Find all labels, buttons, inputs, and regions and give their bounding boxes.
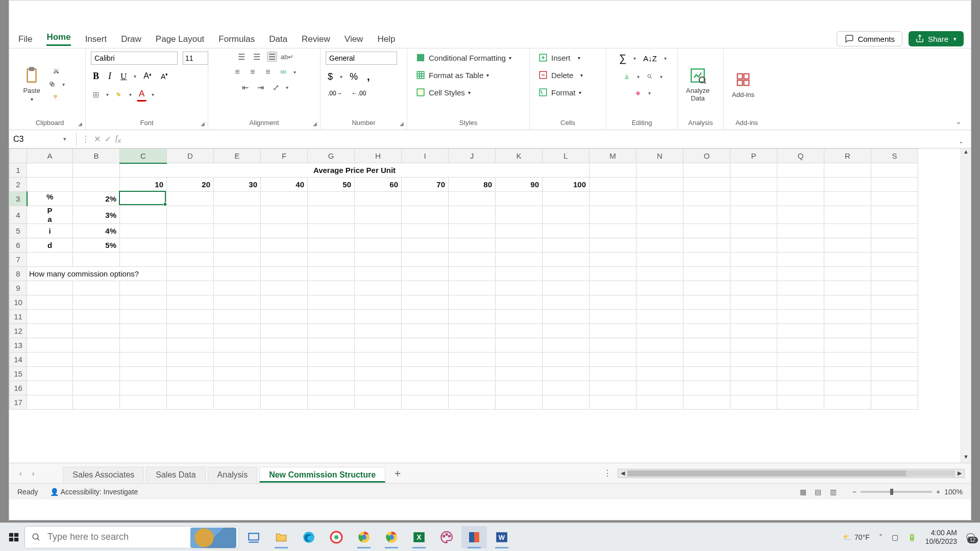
sheet-menu-button[interactable]: ⋮	[603, 468, 611, 478]
percent-format-button[interactable]: %	[348, 70, 360, 83]
cell[interactable]	[214, 238, 261, 253]
cell[interactable]	[543, 295, 590, 310]
cell[interactable]	[824, 267, 871, 281]
cell[interactable]	[355, 281, 402, 295]
cell[interactable]	[214, 192, 261, 206]
cell[interactable]	[824, 206, 871, 224]
cell[interactable]	[683, 224, 730, 238]
decrease-indent-button[interactable]: ⇤	[240, 82, 250, 92]
cell[interactable]	[214, 310, 261, 324]
cell[interactable]	[496, 192, 543, 206]
bold-button[interactable]: B	[91, 70, 101, 83]
cell[interactable]	[590, 310, 636, 324]
cell[interactable]	[496, 281, 543, 295]
cell[interactable]	[449, 253, 496, 267]
cell[interactable]	[167, 192, 214, 206]
column-header[interactable]: G	[308, 149, 355, 163]
cell[interactable]	[777, 267, 824, 281]
cell[interactable]	[683, 267, 730, 281]
start-button[interactable]	[5, 529, 22, 546]
column-header[interactable]: H	[355, 149, 402, 163]
cell[interactable]	[308, 206, 355, 224]
cell[interactable]	[636, 163, 683, 178]
cell[interactable]	[308, 238, 355, 253]
chrome-taskbar-1[interactable]	[351, 526, 377, 548]
cell[interactable]	[871, 324, 918, 338]
accept-formula-button[interactable]: ✓	[105, 134, 111, 144]
zoom-slider[interactable]	[861, 491, 932, 493]
cell[interactable]	[683, 178, 730, 192]
cell[interactable]	[824, 324, 871, 338]
weather-widget[interactable]: ⛅ 70°F	[843, 533, 870, 541]
cell[interactable]	[871, 310, 918, 324]
excel-taskbar[interactable]: X	[406, 526, 432, 548]
chrome-taskbar-2[interactable]	[379, 526, 404, 548]
row-header[interactable]: 11	[10, 310, 27, 324]
add-sheet-button[interactable]: ＋	[387, 464, 408, 482]
cell[interactable]	[636, 253, 683, 267]
cell[interactable]	[730, 178, 777, 192]
cell[interactable]	[355, 192, 402, 206]
row-header[interactable]: 1	[10, 163, 27, 178]
collapse-ribbon-button[interactable]: ⌄	[955, 117, 962, 126]
chevron-down-icon[interactable]: ▾	[60, 136, 69, 142]
cell[interactable]	[636, 310, 683, 324]
fill-button[interactable]	[622, 71, 632, 82]
paint-taskbar[interactable]	[434, 526, 459, 548]
cell[interactable]	[214, 224, 261, 238]
cell[interactable]	[683, 206, 730, 224]
cell[interactable]	[449, 224, 496, 238]
wrap-text-button[interactable]: ab↵	[282, 52, 292, 62]
cell[interactable]	[167, 224, 214, 238]
cell[interactable]	[308, 367, 355, 381]
dialog-launcher-icon[interactable]: ◢	[78, 121, 82, 127]
cell[interactable]	[402, 281, 449, 295]
cell[interactable]	[590, 163, 636, 178]
cell[interactable]	[167, 281, 214, 295]
cell[interactable]	[683, 324, 730, 338]
cell[interactable]	[636, 267, 683, 281]
font-color-button[interactable]: A	[137, 88, 146, 102]
scroll-right-icon[interactable]: ▶	[955, 470, 964, 477]
cell[interactable]	[777, 224, 824, 238]
name-box[interactable]: ▾	[9, 133, 77, 146]
cell[interactable]	[73, 281, 120, 295]
cell[interactable]	[824, 163, 871, 178]
worksheet-grid[interactable]: ABCDEFGHIJKLMNOPQRS1Average Price Per Un…	[9, 148, 971, 463]
cell[interactable]	[496, 324, 543, 338]
cell[interactable]	[308, 353, 355, 367]
cell[interactable]	[261, 253, 308, 267]
cell[interactable]	[449, 238, 496, 253]
cell[interactable]	[73, 353, 120, 367]
row-header[interactable]: 14	[10, 353, 27, 367]
conditional-formatting-button[interactable]: Conditional Formatting ▾	[412, 52, 514, 64]
file-explorer-taskbar[interactable]	[268, 526, 294, 548]
cell[interactable]	[214, 338, 261, 353]
row-header[interactable]: 17	[10, 395, 27, 410]
cell[interactable]	[871, 224, 918, 238]
autosum-button[interactable]: ∑	[617, 52, 628, 65]
cell[interactable]: 4%	[73, 224, 120, 238]
cell[interactable]	[683, 367, 730, 381]
cell[interactable]	[120, 206, 167, 224]
cell[interactable]	[590, 253, 636, 267]
cell[interactable]	[214, 381, 261, 395]
cell[interactable]	[261, 324, 308, 338]
delete-cells-button[interactable]: Delete ▾	[535, 69, 586, 81]
cell[interactable]	[449, 281, 496, 295]
task-view-button[interactable]	[241, 526, 266, 548]
cell[interactable]	[355, 395, 402, 410]
cell[interactable]: Average Price Per Unit	[120, 163, 590, 178]
cell[interactable]: 90	[496, 178, 543, 192]
borders-button[interactable]	[91, 90, 101, 100]
cell[interactable]	[777, 163, 824, 178]
cell[interactable]	[496, 381, 543, 395]
word-taskbar[interactable]: W	[489, 526, 514, 548]
cell[interactable]	[543, 192, 590, 206]
column-header[interactable]: D	[167, 149, 214, 163]
cell[interactable]: 5%	[73, 238, 120, 253]
cell[interactable]	[777, 178, 824, 192]
cell[interactable]	[777, 338, 824, 353]
chevron-down-icon[interactable]: ▾	[106, 92, 109, 97]
cell[interactable]	[355, 224, 402, 238]
